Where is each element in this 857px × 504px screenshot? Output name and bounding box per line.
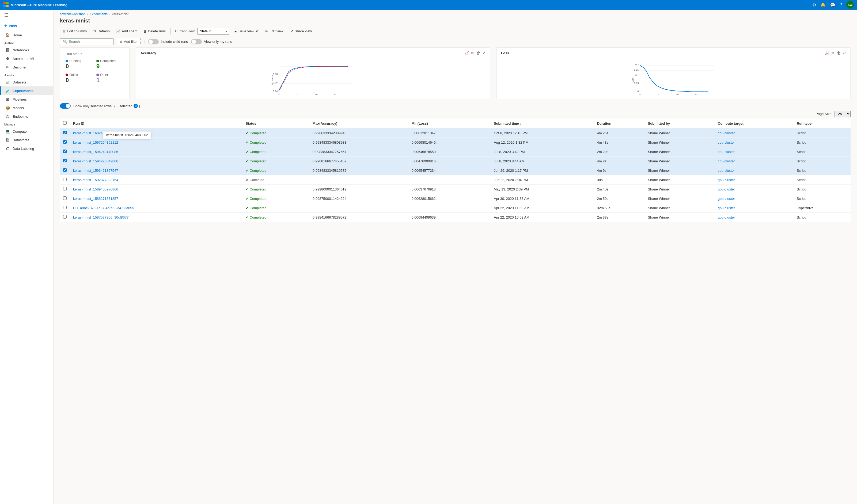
delete-runs-button[interactable]: 🗑 Delete runs (140, 28, 168, 35)
run-type-cell: Script (793, 138, 851, 147)
run-id-link[interactable]: keras-mnist_1597264352112 (73, 140, 118, 144)
loss-chart-delete-icon[interactable]: 🗑 (837, 51, 841, 55)
accuracy-chart-line-icon[interactable]: 📈 (464, 51, 469, 55)
stat-running: Running 0 (66, 59, 93, 70)
accuracy-chart-delete-icon[interactable]: 🗑 (476, 51, 480, 55)
help-icon[interactable]: ? (840, 2, 842, 7)
sidebar-item-models[interactable]: 📦 Models (0, 104, 53, 112)
compute-target-link[interactable]: cpu-cluster (718, 150, 735, 154)
search-box[interactable]: 🔍 (60, 38, 114, 45)
run-id-link[interactable]: HD_a8be7376-1a07-4b5f-92d4-93a855... (73, 206, 137, 210)
duration-cell: 2m 38s (594, 213, 644, 222)
row-checkbox-cell (60, 175, 70, 185)
bell-icon[interactable]: 🔔 (820, 2, 826, 7)
breadcrumb: shwinneworkshop › Experiments › keras-mn… (53, 10, 857, 16)
table-header-row: Run ID Status Max(Accuracy) Min(Loss) Su… (60, 119, 851, 128)
check-icon: ✔ (246, 197, 249, 201)
feedback-icon[interactable]: 💬 (830, 2, 835, 7)
sidebar-item-designer[interactable]: ✏ Designer (0, 63, 53, 71)
show-selected-toggle[interactable] (60, 103, 71, 109)
share-view-button[interactable]: ↗ Share view (288, 28, 315, 35)
sidebar-item-experiments[interactable]: 🧪 Experiments (0, 86, 53, 95)
sidebar-item-pipelines[interactable]: ⊞ Pipelines (0, 95, 53, 104)
select-all-checkbox[interactable] (63, 121, 67, 125)
row-checkbox[interactable] (63, 196, 67, 200)
settings-icon[interactable]: ⚙ (812, 2, 816, 7)
search-input[interactable] (69, 39, 109, 44)
compute-target-link[interactable]: gpu-cluster (718, 197, 735, 201)
compute-target-link[interactable]: cpu-cluster (718, 140, 735, 144)
sidebar-item-automated-ml[interactable]: ⚙ Automated ML (0, 54, 53, 63)
submitted-by-cell: Shané Winner (645, 203, 715, 213)
run-id-link[interactable]: keras-mnist_1587577966_30cf8677 (73, 215, 129, 219)
user-avatar[interactable]: SW (846, 1, 854, 8)
compute-target-link[interactable]: cpu-cluster (718, 159, 735, 163)
row-checkbox[interactable] (63, 150, 67, 153)
row-checkbox[interactable] (63, 168, 67, 172)
compute-target-link[interactable]: cpu-cluster (718, 169, 735, 173)
datasets-icon: 📊 (5, 80, 10, 84)
breadcrumb-workspace[interactable]: shwinneworkshop (60, 12, 85, 16)
compute-target-link[interactable]: cpu-cluster (718, 131, 735, 135)
run-id-link[interactable]: keras-mnist_1594223042886 (73, 159, 118, 163)
status-cell: ✔Completed (242, 147, 309, 156)
run-id-link[interactable]: keras-mnist_1589405976866 (73, 187, 118, 191)
save-view-button[interactable]: ☁ Save view ∨ (231, 28, 261, 35)
submitted-by-cell: Shané Winner (645, 128, 715, 138)
breadcrumb-sep-1: › (87, 12, 88, 16)
sidebar-item-data-labeling[interactable]: 🏷 Data Labeling (0, 144, 53, 153)
accuracy-chart-edit-icon[interactable]: ✏ (471, 51, 474, 55)
run-id-link[interactable]: keras-mnist_1593461857547 (73, 169, 118, 173)
svg-text:0.1: 0.1 (635, 74, 639, 76)
automated-ml-icon: ⚙ (5, 56, 10, 61)
add-filter-icon: ⊕ (120, 39, 122, 44)
sidebar-item-endpoints[interactable]: ◎ Endpoints (0, 112, 53, 121)
accuracy-chart-expand-icon[interactable]: ⤢ (482, 51, 486, 55)
loss-chart-expand-icon[interactable]: ⤢ (843, 51, 846, 55)
sidebar-item-home[interactable]: 🏠 Home (0, 31, 53, 39)
row-checkbox[interactable] (63, 206, 67, 209)
new-button[interactable]: + New (0, 21, 53, 31)
page-size-select[interactable]: 25 50 100 (835, 111, 851, 117)
sidebar-item-compute[interactable]: 💻 Compute (0, 127, 53, 136)
run-id-link[interactable]: keras-mnist_1592877893154 (73, 178, 118, 182)
add-chart-button[interactable]: 📈 Add chart (114, 28, 139, 35)
add-filter-button[interactable]: ⊕ Add filter (117, 38, 140, 45)
include-child-runs-toggle[interactable] (148, 39, 159, 45)
status-completed: ✔Completed (246, 187, 306, 191)
submitted-time-cell: Oct 8, 2020 12:18 PM (491, 128, 594, 138)
sidebar-item-datasets[interactable]: 📊 Datasets (0, 78, 53, 86)
submitted-time-cell: Jun 29, 2020 1:17 PM (491, 166, 594, 175)
duration-cell: 4m 9s (594, 166, 644, 175)
row-checkbox[interactable] (63, 159, 67, 162)
breadcrumb-experiments[interactable]: Experiments (90, 12, 107, 16)
submitted-time-cell: Apr 22, 2020 11:53 AM (491, 203, 594, 213)
compute-target-link[interactable]: gpu-cluster (718, 187, 735, 191)
clear-selection-button[interactable]: ✕ (134, 104, 138, 108)
compute-target-link[interactable]: gpu-cluster (718, 215, 735, 219)
row-checkbox[interactable] (63, 215, 67, 219)
row-checkbox[interactable] (63, 178, 67, 181)
row-checkbox[interactable] (63, 140, 67, 144)
compute-target-link[interactable]: gpu-cluster (718, 206, 735, 210)
sidebar-item-notebooks[interactable]: 📓 Notebooks (0, 46, 53, 54)
loss-chart-line-icon[interactable]: 📈 (825, 51, 829, 55)
run-id-link[interactable]: keras-mnist_1588271571857 (73, 197, 118, 201)
run-id-link[interactable]: keras-mnist_1594248140086 (73, 150, 118, 154)
row-checkbox[interactable] (63, 131, 67, 134)
loss-chart-panel: Loss 📈 ✏ 🗑 ⤢ 0 0.05 0.1 0.15 0.2 (497, 47, 851, 99)
compute-target-link[interactable]: gpu-cluster (718, 178, 735, 182)
view-only-my-runs-toggle[interactable] (191, 39, 202, 45)
loss-chart-edit-icon[interactable]: ✏ (831, 51, 835, 55)
failed-dot (66, 73, 68, 76)
current-view-select[interactable]: *default (197, 28, 229, 35)
edit-view-button[interactable]: ✏ Edit view (263, 28, 286, 35)
refresh-button[interactable]: ↻ Refresh (90, 28, 113, 35)
run-id-tooltip: keras-mnist_1602184680302 (103, 131, 151, 139)
row-checkbox[interactable] (63, 187, 67, 190)
check-icon: ✔ (246, 159, 249, 163)
duration-cell: 2m 50s (594, 194, 644, 203)
sidebar-item-datastores[interactable]: 🗄 Datastores (0, 136, 53, 144)
edit-columns-button[interactable]: ⊟ Edit columns (60, 28, 89, 35)
hamburger-icon[interactable]: ☰ (0, 10, 53, 21)
